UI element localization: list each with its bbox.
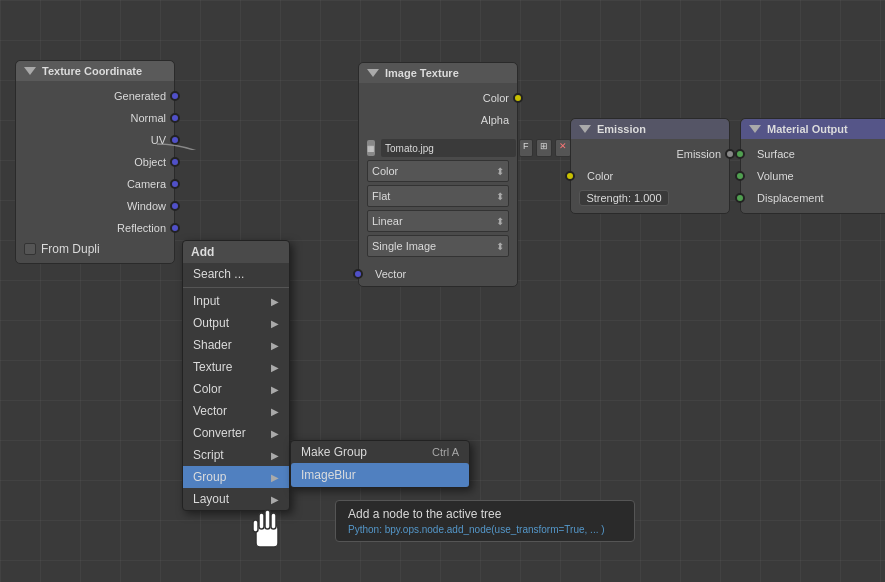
socket-row-displacement: Displacement (741, 187, 885, 209)
socket-color-in[interactable] (565, 171, 575, 181)
tooltip-python: Python: bpy.ops.node.add_node(use_transf… (348, 524, 622, 535)
submenu-arrow: ▶ (271, 318, 279, 329)
menu-item-shader[interactable]: Shader ▶ (183, 334, 289, 356)
material-output-node: Material Output Surface Volume Displacem… (740, 118, 885, 214)
single-image-value: Single Image (372, 240, 436, 252)
menu-item-vector[interactable]: Vector ▶ (183, 400, 289, 422)
menu-item-output[interactable]: Output ▶ (183, 312, 289, 334)
socket-color-out[interactable] (513, 93, 523, 103)
collapse-triangle[interactable] (367, 69, 379, 77)
tooltip-box: Add a node to the active tree Python: bp… (335, 500, 635, 542)
socket-window[interactable] (170, 201, 180, 211)
from-dupli-row: From Dupli (16, 239, 174, 259)
strength-label: Strength: (586, 192, 631, 204)
menu-item-color[interactable]: Color ▶ (183, 378, 289, 400)
menu-item-group[interactable]: Group ▶ (183, 466, 289, 488)
add-menu: Add Search ... Input ▶ Output ▶ Shader ▶… (182, 240, 290, 511)
menu-item-label: Output (193, 316, 229, 330)
image-texture-node: Image Texture Color Alpha ▦ F ⊞ ✕ Color … (358, 62, 518, 287)
socket-label-displacement: Displacement (757, 192, 824, 204)
add-menu-title: Add (183, 241, 289, 263)
socket-row-alpha: Alpha (359, 109, 517, 131)
menu-item-label: Group (193, 470, 226, 484)
strength-row: Strength: 1.000 (571, 187, 729, 209)
socket-label: UV (151, 134, 166, 146)
node-header: Texture Coordinate (16, 61, 174, 81)
color-dropdown[interactable]: Color ⬍ (367, 160, 509, 182)
socket-label: Normal (131, 112, 166, 124)
tooltip-main: Add a node to the active tree (348, 507, 622, 521)
socket-label-alpha: Alpha (481, 114, 509, 126)
flat-dropdown-value: Flat (372, 190, 390, 202)
socket-camera[interactable] (170, 179, 180, 189)
linear-dropdown-value: Linear (372, 215, 403, 227)
group-item-imageblur[interactable]: ImageBlur (291, 463, 469, 487)
socket-displacement-in[interactable] (735, 193, 745, 203)
socket-label-volume: Volume (757, 170, 794, 182)
collapse-triangle[interactable] (24, 67, 36, 75)
submenu-arrow: ▶ (271, 340, 279, 351)
socket-uv[interactable] (170, 135, 180, 145)
group-item-shortcut: Ctrl A (432, 446, 459, 458)
img-name-input[interactable] (381, 139, 516, 157)
node-title: Material Output (767, 123, 848, 135)
single-image-dropdown[interactable]: Single Image ⬍ (367, 235, 509, 257)
menu-item-layout[interactable]: Layout ▶ (183, 488, 289, 510)
socket-label: Window (127, 200, 166, 212)
menu-item-converter[interactable]: Converter ▶ (183, 422, 289, 444)
socket-reflection[interactable] (170, 223, 180, 233)
submenu-arrow: ▶ (271, 494, 279, 505)
socket-label-color: Color (483, 92, 509, 104)
socket-label-color: Color (587, 170, 613, 182)
menu-item-label: Layout (193, 492, 229, 506)
node-header: Emission (571, 119, 729, 139)
img-f-button[interactable]: F (519, 139, 533, 157)
collapse-triangle[interactable] (749, 125, 761, 133)
group-item-make-group[interactable]: Make Group Ctrl A (291, 441, 469, 463)
submenu-arrow: ▶ (271, 362, 279, 373)
menu-item-label: Script (193, 448, 224, 462)
socket-label: Camera (127, 178, 166, 190)
socket-label-surface: Surface (757, 148, 795, 160)
menu-item-input[interactable]: Input ▶ (183, 290, 289, 312)
submenu-arrow: ▶ (271, 406, 279, 417)
menu-item-texture[interactable]: Texture ▶ (183, 356, 289, 378)
socket-row-reflection: Reflection (16, 217, 174, 239)
socket-label-emission: Emission (676, 148, 721, 160)
socket-object[interactable] (170, 157, 180, 167)
menu-item-label: Converter (193, 426, 246, 440)
socket-volume-in[interactable] (735, 171, 745, 181)
flat-dropdown[interactable]: Flat ⬍ (367, 185, 509, 207)
node-title: Emission (597, 123, 646, 135)
node-body: Color Alpha (359, 83, 517, 135)
dropdown-arrow: ⬍ (496, 216, 504, 227)
menu-item-label: Vector (193, 404, 227, 418)
strength-value: 1.000 (634, 192, 662, 204)
socket-surface-in[interactable] (735, 149, 745, 159)
node-title: Image Texture (385, 67, 459, 79)
menu-item-label: Shader (193, 338, 232, 352)
socket-generated[interactable] (170, 91, 180, 101)
strength-field[interactable]: Strength: 1.000 (579, 190, 669, 206)
menu-item-search[interactable]: Search ... (183, 263, 289, 285)
socket-label: Reflection (117, 222, 166, 234)
menu-item-script[interactable]: Script ▶ (183, 444, 289, 466)
node-title: Texture Coordinate (42, 65, 142, 77)
from-dupli-checkbox[interactable] (24, 243, 36, 255)
img-close-button[interactable]: ✕ (555, 139, 571, 157)
img-file-row: ▦ F ⊞ ✕ (367, 139, 509, 157)
collapse-triangle[interactable] (579, 125, 591, 133)
socket-normal[interactable] (170, 113, 180, 123)
menu-item-label: Search ... (193, 267, 244, 281)
socket-emission-out[interactable] (725, 149, 735, 159)
socket-label: Object (134, 156, 166, 168)
group-item-label: ImageBlur (301, 468, 356, 482)
socket-row-object: Object (16, 151, 174, 173)
socket-row-color: Color (359, 87, 517, 109)
dropdown-color-row: Color ⬍ (367, 160, 509, 182)
dropdown-single-image-row: Single Image ⬍ (367, 235, 509, 257)
socket-vector-in[interactable] (353, 269, 363, 279)
from-dupli-label: From Dupli (41, 242, 100, 256)
img-browse-button[interactable]: ⊞ (536, 139, 552, 157)
linear-dropdown[interactable]: Linear ⬍ (367, 210, 509, 232)
